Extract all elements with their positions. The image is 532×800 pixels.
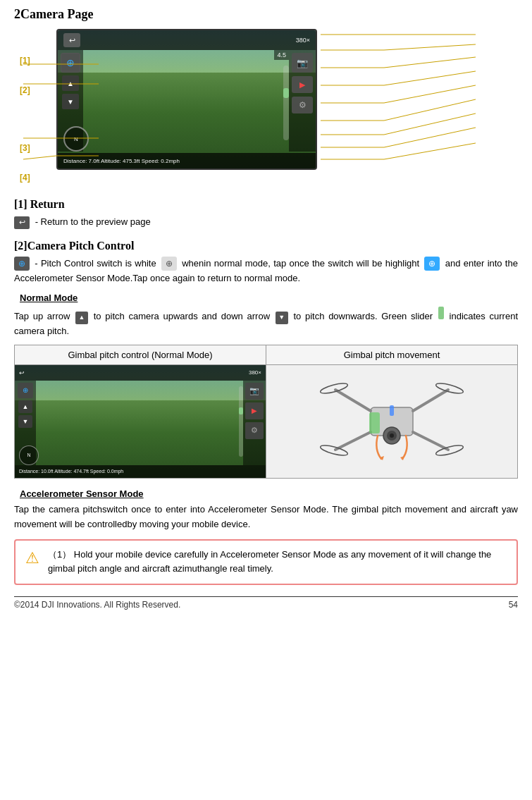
footer-page-number: 54 [509, 600, 518, 610]
accel-description: Tap the camera pitchswitch once to enter… [14, 503, 518, 532]
drone-camera-view: ↩ 380× ⊕ ▲ ▼ 📷 ▶ ⚙ N Distance: 7.0ft Alt… [56, 29, 317, 170]
pitch-icon-white: ⊕ [161, 257, 177, 271]
section-2-heading: [2]Camera Pitch Control [14, 240, 518, 252]
pitch-down-button[interactable]: ▼ [62, 94, 79, 109]
svg-rect-40 [369, 412, 380, 433]
section-2: [2]Camera Pitch Control ⊕ - Pitch Contro… [14, 240, 518, 286]
page-title: 2Camera Page [14, 7, 518, 22]
svg-point-32 [435, 381, 464, 395]
green-slider-icon [438, 307, 444, 319]
warning-box: ⚠ （1） Hold your mobile device carefully … [14, 539, 518, 586]
mini-set-btn: ⚙ [245, 422, 264, 439]
svg-line-7 [384, 71, 476, 85]
slider-handle [283, 88, 289, 98]
pitch-control-switch[interactable]: ⊕ [61, 53, 80, 73]
mini-drone-camera: ↩ 380× ⊕ ▲ ▼ 📷 ▶ ⚙ [15, 365, 266, 478]
right-sidebar: 📷 ▶ ⚙ [289, 50, 316, 152]
svg-line-13 [384, 113, 476, 135]
svg-line-3 [384, 44, 476, 50]
svg-line-29 [335, 432, 371, 450]
gimbal-movement-diagram [266, 365, 517, 478]
callout-label-2: [2] [20, 85, 30, 95]
svg-line-15 [384, 128, 476, 147]
mini-slider [239, 386, 243, 457]
altitude-display: 4.5 [274, 50, 289, 60]
table-cell-drone-diagram [266, 364, 518, 478]
svg-rect-41 [390, 405, 394, 416]
mini-right-controls: 📷 ▶ ⚙ [243, 381, 266, 465]
return-icon: ↩ [14, 216, 30, 229]
camera-button[interactable]: 📷 [292, 53, 313, 73]
table-col1-header: Gimbal pitch control (Normal Mode) [15, 345, 266, 364]
section-1-heading: [1] Return [14, 198, 518, 211]
footer-copyright: ©2014 DJI Innovations. All Rights Reserv… [14, 600, 180, 610]
compass: N [63, 126, 89, 152]
callout-label-3: [3] [20, 143, 30, 153]
mini-cam-btn: 📷 [245, 383, 264, 400]
svg-line-28 [413, 390, 448, 411]
callout-label-1: [1] [20, 56, 30, 66]
table-cell-drone-view: ↩ 380× ⊕ ▲ ▼ 📷 ▶ ⚙ [15, 364, 266, 478]
gimbal-table: Gimbal pitch control (Normal Mode) Gimba… [14, 345, 518, 479]
mini-vid-btn: ▶ [245, 402, 264, 419]
diagram-section: [1] [2] [3] [4] ↩ 380× ⊕ ▲ ▼ 📷 ▶ ⚙ [56, 29, 504, 184]
pitch-up-button[interactable]: ▲ [62, 75, 79, 91]
pitch-icon: ⊕ [14, 257, 30, 271]
mini-back-icon: ↩ [19, 369, 25, 376]
normal-mode-heading: Normal Mode [20, 293, 518, 303]
back-button[interactable]: ↩ [63, 33, 80, 47]
mini-pitch-btn: ⊕ [18, 383, 33, 398]
section-1: [1] Return ↩ - Return to the preview pag… [14, 198, 518, 230]
svg-point-37 [390, 433, 394, 438]
warning-text: （1） Hold your mobile device carefully in… [48, 548, 507, 577]
svg-point-31 [319, 381, 348, 395]
video-button[interactable]: ▶ [292, 76, 313, 93]
bottom-status-bar: Distance: 7.0ft Altitude: 475.3ft Speed:… [58, 153, 316, 168]
section-1-description: ↩ - Return to the preview page [14, 215, 518, 230]
svg-line-17 [384, 143, 476, 159]
svg-line-9 [384, 85, 476, 103]
accel-heading: Accelerometer Sensor Mode [20, 488, 518, 499]
pitch-slider[interactable] [283, 66, 289, 140]
drone-svg [314, 369, 469, 474]
mini-top-bar: ↩ 380× [15, 365, 266, 381]
normal-mode-section: Normal Mode Tap up arrow ▲ to pitch came… [14, 293, 518, 339]
normal-mode-description: Tap up arrow ▲ to pitch camera upwards a… [14, 307, 518, 339]
mini-up-btn: ▲ [18, 400, 32, 413]
mini-compass: N [19, 445, 39, 465]
mini-status: 380× [249, 369, 261, 376]
status-display: 380× [296, 37, 310, 44]
section-2-description: ⊕ - Pitch Control switch is white ⊕ when… [14, 257, 518, 286]
warning-icon: ⚠ [25, 549, 39, 567]
svg-line-5 [384, 57, 476, 68]
svg-line-11 [384, 99, 476, 121]
mini-down-btn: ▼ [18, 415, 32, 428]
callout-label-4: [4] [20, 173, 30, 183]
settings-button[interactable]: ⚙ [292, 97, 313, 113]
accel-section: Accelerometer Sensor Mode Tap the camera… [14, 488, 518, 532]
mini-bottom-bar: Distance: 10.0ft Altitude: 474.7ft Speed… [15, 465, 266, 478]
table-row: ↩ 380× ⊕ ▲ ▼ 📷 ▶ ⚙ [15, 364, 518, 478]
arrow-down-icon: ▼ [276, 312, 288, 324]
table-col2-header: Gimbal pitch movement [266, 345, 518, 364]
svg-line-27 [335, 390, 371, 411]
svg-line-30 [413, 432, 448, 450]
mini-slider-handle [239, 407, 243, 414]
arrow-up-icon: ▲ [75, 312, 88, 324]
page-footer: ©2014 DJI Innovations. All Rights Reserv… [14, 596, 518, 610]
pitch-icon-blue: ⊕ [424, 257, 440, 271]
